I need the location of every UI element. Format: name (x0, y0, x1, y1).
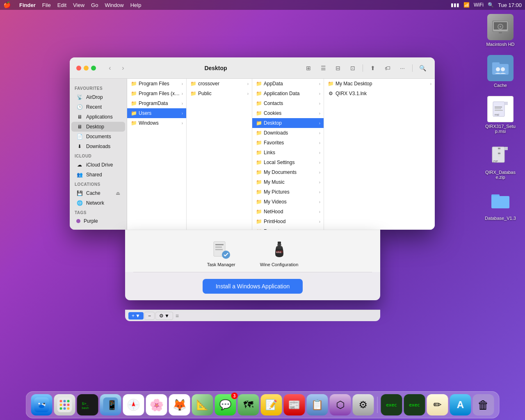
parallels-emoji: ⬡ (336, 399, 345, 411)
col4-qirx-lnk[interactable]: ⚙ QIRX V3.1.lnk (324, 89, 435, 98)
more-btn[interactable]: ··· (397, 63, 408, 73)
dock-app-store[interactable]: A (450, 394, 471, 415)
svg-text:msi: msi (495, 113, 499, 116)
col2-crossover[interactable]: 📁 crossover › (187, 79, 252, 89)
dock-firefox[interactable]: 🦊 (169, 394, 190, 415)
search-menu-icon[interactable]: 🔍 (488, 2, 494, 8)
menu-finder[interactable]: Finder (19, 2, 36, 8)
col2-public[interactable]: 📁 Public › (187, 89, 252, 98)
col3-links[interactable]: 📁 Links › (252, 148, 324, 158)
sidebar-item-network[interactable]: 🌐 Network (71, 198, 125, 208)
dock-trash[interactable]: 🗑 (473, 394, 494, 415)
menu-file[interactable]: File (42, 2, 51, 8)
dock-exec-2[interactable]: exec (404, 394, 425, 415)
share-btn[interactable]: ⬆ (367, 63, 379, 73)
col1-windows[interactable]: 📁 Windows › (127, 118, 186, 128)
dock-terminal[interactable]: $>_ bash (77, 394, 98, 415)
col1-users[interactable]: 📁 Users › (127, 108, 186, 118)
dock-exec-1[interactable]: exec (381, 394, 402, 415)
dock-notes[interactable]: 📝 (261, 394, 282, 415)
desktop-icon-database[interactable]: Database_V1.3 (484, 188, 517, 221)
arrow-nethood: › (319, 210, 320, 214)
install-windows-app-button[interactable]: Install a Windows Application (203, 279, 303, 294)
desktop-icon-cache[interactable]: Cache (484, 55, 517, 88)
menu-go[interactable]: Go (91, 2, 98, 8)
arrow-my-documents: › (319, 170, 320, 175)
wine-config-icon-item[interactable]: WINE Wine Configuration (260, 240, 299, 267)
svg-rect-26 (498, 155, 500, 157)
col3-recent[interactable]: 📁 Recent › (252, 226, 324, 230)
col4-my-mac-desktop[interactable]: 📁 My Mac Desktop › (324, 79, 435, 89)
sidebar-item-desktop[interactable]: 🖥 Desktop (71, 122, 125, 132)
eject-icon[interactable]: ⏏ (116, 190, 120, 196)
col1-programdata[interactable]: 📁 ProgramData › (127, 98, 186, 108)
dock-maps[interactable]: 🗺 (238, 394, 259, 415)
settings-bottle-button[interactable]: ⚙ ▼ (155, 312, 173, 320)
search-btn[interactable]: 🔍 (417, 63, 428, 73)
sidebar-item-applications[interactable]: 🖥 Applications (71, 112, 125, 122)
menu-help[interactable]: Help (130, 2, 142, 8)
col3-printhood[interactable]: 📁 PrintHood › (252, 217, 324, 226)
menu-view[interactable]: View (73, 2, 84, 8)
desktop-icon-qirx-zip[interactable]: ZIP QIRX_Database.zip (484, 142, 517, 180)
col3-cookies[interactable]: 📁 Cookies › (252, 108, 324, 118)
col3-contacts[interactable]: 📁 Contacts › (252, 98, 324, 108)
col3-nethood[interactable]: 📁 NetHood › (252, 207, 324, 217)
col3-application-data[interactable]: 📁 Application Data › (252, 89, 324, 98)
view-gallery-btn[interactable]: ⊡ (347, 63, 358, 73)
sidebar-item-documents[interactable]: 📄 Documents (71, 132, 125, 142)
dock-app-store-dev[interactable]: 📱 (100, 394, 121, 415)
dock-finder[interactable] (31, 394, 52, 415)
menu-edit[interactable]: Edit (57, 2, 66, 8)
col3-appdata[interactable]: 📁 AppData › (252, 79, 324, 89)
close-button[interactable] (76, 66, 81, 71)
sidebar-item-cache[interactable]: 💾 Cache ⏏ (71, 188, 125, 198)
view-list-btn[interactable]: ☰ (317, 63, 329, 73)
dock-launchpad[interactable] (54, 394, 75, 415)
col3-downloads[interactable]: 📁 Downloads › (252, 128, 324, 138)
back-button[interactable]: ‹ (104, 64, 116, 72)
col3-local-settings[interactable]: 📁 Local Settings › (252, 158, 324, 167)
col3-favorites[interactable]: 📁 Favorites › (252, 138, 324, 148)
sidebar-item-purple[interactable]: Purple (71, 217, 125, 226)
dock-parallels[interactable]: ⬡ (330, 394, 351, 415)
dock-pastebot[interactable]: 📋 (307, 394, 328, 415)
forward-button[interactable]: › (117, 64, 129, 72)
arrow-1: › (182, 82, 183, 86)
col3-my-music[interactable]: 📁 My Music › (252, 177, 324, 187)
shared-icon: 👥 (76, 171, 83, 178)
dock-system-prefs[interactable]: ⚙ (353, 394, 374, 415)
col3-desktop[interactable]: 📁 Desktop › (252, 118, 324, 128)
dock-photos[interactable]: 🌸 (146, 394, 167, 415)
dock-sketchup[interactable]: 📐 (192, 394, 213, 415)
tag-btn[interactable]: 🏷 (382, 63, 393, 73)
col1-program-files[interactable]: 📁 Program Files › (127, 79, 186, 89)
sidebar-item-downloads[interactable]: ⬇ Downloads (71, 142, 125, 151)
col3-my-pictures[interactable]: 📁 My Pictures › (252, 187, 324, 197)
remove-bottle-button[interactable]: − (144, 312, 155, 320)
col3-my-documents[interactable]: 📁 My Documents › (252, 167, 324, 177)
desktop-icon-macintosh-hd[interactable]: Macintosh HD (484, 14, 517, 47)
add-bottle-button[interactable]: + ▼ (128, 312, 144, 320)
dock-textedit[interactable]: ✏ (427, 394, 448, 415)
view-icon-btn[interactable]: ⊞ (303, 63, 314, 73)
sidebar-item-icloud[interactable]: ☁ iCloud Drive (71, 160, 125, 170)
purple-tag-icon (76, 219, 80, 223)
dock-news[interactable]: 📰 (284, 394, 305, 415)
dock-messages[interactable]: 💬 3 (215, 394, 236, 415)
apple-logo[interactable]: 🍎 (3, 1, 11, 9)
col3-my-videos[interactable]: 📁 My Videos › (252, 197, 324, 207)
svg-rect-25 (498, 153, 500, 154)
desktop-icon-qirx-setup[interactable]: msi QIRX317_Setup.msi (484, 96, 517, 134)
fullscreen-button[interactable] (91, 66, 96, 71)
dock-safari[interactable] (123, 394, 144, 415)
sidebar-item-recent[interactable]: 🕒 Recent (71, 102, 125, 112)
menu-window[interactable]: Window (105, 2, 123, 8)
task-manager-icon-item[interactable]: Task Manager (207, 240, 235, 267)
sidebar-item-airdrop[interactable]: 📡 AirDrop (71, 92, 125, 102)
task-manager-icon (211, 240, 231, 260)
minimize-button[interactable] (84, 66, 89, 71)
view-column-btn[interactable]: ⊟ (332, 63, 344, 73)
col1-program-files-x86[interactable]: 📁 Program Files (x86) › (127, 89, 186, 98)
sidebar-item-shared[interactable]: 👥 Shared (71, 170, 125, 180)
